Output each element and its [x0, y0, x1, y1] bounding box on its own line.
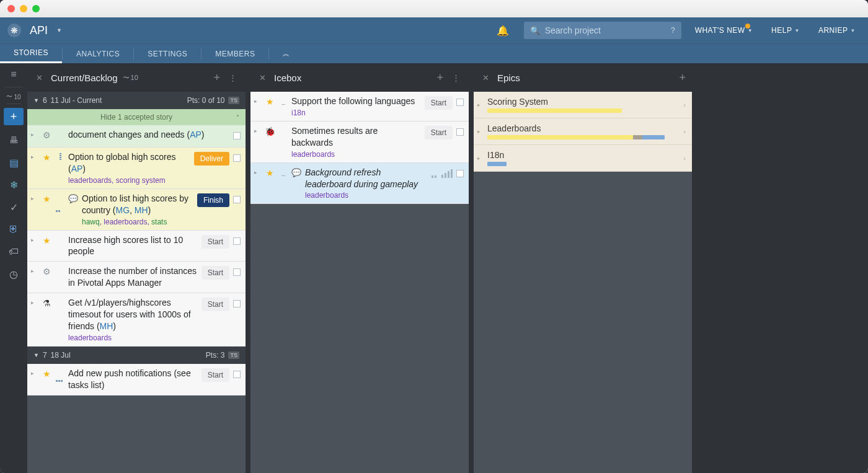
select-checkbox[interactable] — [233, 268, 241, 276]
notifications-icon[interactable]: 🔔 — [490, 25, 515, 37]
epic-row[interactable]: ▸ I18n › — [474, 145, 692, 172]
expand-icon[interactable]: ▸ — [31, 193, 37, 226]
story-labels[interactable]: leaderboards — [291, 150, 335, 159]
story-labels[interactable]: leaderboards, scoring system — [68, 176, 166, 185]
owner-link[interactable]: AP — [71, 164, 83, 174]
close-icon[interactable] — [7, 5, 15, 12]
expand-icon[interactable]: ▸ — [477, 102, 484, 108]
search-help-icon[interactable]: ? — [671, 26, 675, 35]
search-input-wrap[interactable]: 🔍 ? — [524, 22, 681, 39]
epic-row[interactable]: ▸ Scoring System › — [474, 92, 692, 118]
panel-velocity[interactable]: 〜10 — [123, 73, 138, 82]
sidebar-mywork-icon[interactable]: 🖶 — [0, 129, 27, 151]
expand-icon[interactable]: ▸ — [477, 128, 484, 135]
chevron-right-icon[interactable]: › — [683, 128, 686, 135]
panel-add-button[interactable]: + — [213, 71, 220, 84]
iteration-header[interactable]: ▼ 7 18 Jul Pts: 3 TS — [27, 347, 246, 364]
logo-icon[interactable]: ❋ — [7, 24, 21, 37]
nav-user[interactable]: ARNIEP ▼ — [813, 26, 861, 35]
expand-icon[interactable]: ▸ — [31, 151, 37, 185]
owner-link[interactable]: AP — [190, 130, 202, 139]
story-row[interactable]: ▸ ★ 💬 Option to list high scores by coun… — [27, 189, 246, 231]
owner-link[interactable]: MH — [135, 205, 148, 215]
story-labels[interactable]: hawq, leaderboards, stats — [82, 218, 193, 226]
nav-help[interactable]: HELP ▼ — [766, 26, 805, 35]
collapse-panels-icon[interactable]: ︽ — [269, 49, 304, 58]
start-button[interactable]: Start — [202, 235, 229, 249]
close-panel-button[interactable]: ✕ — [480, 73, 491, 82]
story-row[interactable]: ▸ ★ Option to global high scores (AP) le… — [27, 148, 246, 189]
chevron-right-icon[interactable]: › — [683, 154, 686, 162]
panel-menu-button[interactable]: ⋮ — [226, 73, 239, 82]
sidebar-history-icon[interactable]: ◷ — [0, 263, 27, 285]
finish-button[interactable]: Finish — [197, 193, 229, 207]
panel-add-button[interactable]: + — [679, 71, 686, 84]
select-checkbox[interactable] — [233, 371, 241, 378]
start-button[interactable]: Start — [425, 126, 453, 139]
start-button[interactable]: Start — [425, 96, 453, 110]
select-checkbox[interactable] — [456, 170, 464, 177]
sidebar-backlog-icon[interactable]: ▤ — [0, 151, 27, 174]
select-checkbox[interactable] — [233, 300, 241, 307]
expand-icon[interactable]: ▸ — [31, 265, 37, 289]
tab-stories[interactable]: STORIES — [0, 44, 62, 63]
add-story-button[interactable]: + — [4, 108, 24, 125]
select-checkbox[interactable] — [233, 237, 241, 245]
chevron-right-icon[interactable]: › — [683, 101, 686, 108]
story-row[interactable]: ▸ ★ – 💬 Background refresh leaderboard d… — [250, 163, 469, 205]
story-row[interactable]: ▸ 🐞 Sometimes results are backwards lead… — [250, 122, 469, 163]
sidebar-epics-icon[interactable]: ⛨ — [0, 218, 27, 241]
accepted-stories-toggle[interactable]: Hide 1 accepted story ˄ — [27, 109, 246, 125]
start-button[interactable]: Start — [202, 266, 229, 280]
expand-icon[interactable]: ▸ — [254, 125, 260, 159]
panel-add-button[interactable]: + — [436, 71, 443, 84]
start-button[interactable]: Start — [202, 368, 229, 382]
search-input[interactable] — [545, 25, 666, 35]
estimate-picker[interactable] — [432, 169, 453, 178]
project-title[interactable]: API — [30, 24, 48, 37]
team-strength-badge[interactable]: TS — [228, 97, 239, 104]
sidebar-icebox-icon[interactable]: ❄ — [0, 174, 27, 196]
select-checkbox[interactable] — [233, 154, 241, 162]
sidebar-velocity[interactable]: 〜10 — [6, 87, 20, 104]
expand-icon[interactable]: ▸ — [254, 95, 260, 117]
story-row[interactable]: ▸ ★ Increase high scores list to 10 peop… — [27, 231, 246, 262]
deliver-button[interactable]: Deliver — [194, 152, 229, 166]
close-panel-button[interactable]: ✕ — [33, 73, 45, 82]
expand-icon[interactable]: ▸ — [254, 167, 260, 200]
expand-icon[interactable]: ▸ — [31, 297, 37, 342]
select-checkbox[interactable] — [233, 132, 241, 139]
epic-row[interactable]: ▸ Leaderboards › — [474, 118, 692, 145]
team-strength-badge[interactable]: TS — [228, 351, 239, 359]
story-row[interactable]: ▸ ⚗ Get /v1/players/highscores timesout … — [27, 293, 246, 347]
sidebar-done-icon[interactable]: ✓ — [0, 196, 27, 218]
story-labels[interactable]: leaderboards — [68, 334, 112, 342]
start-button[interactable]: Start — [202, 298, 229, 311]
minimize-icon[interactable] — [20, 5, 27, 12]
expand-icon[interactable]: ▸ — [31, 129, 37, 143]
iteration-header[interactable]: ▼ 6 11 Jul - Current Pts: 0 of 10 TS — [27, 92, 246, 109]
close-panel-button[interactable]: ✕ — [257, 73, 268, 82]
expand-icon[interactable]: ▸ — [31, 234, 37, 258]
select-checkbox[interactable] — [456, 99, 464, 106]
story-row[interactable]: ▸ ★ – Support the following languages i1… — [250, 92, 469, 122]
expand-icon[interactable]: ▸ — [477, 155, 484, 161]
tab-settings[interactable]: SETTINGS — [134, 44, 201, 63]
story-labels[interactable]: i18n — [291, 108, 306, 117]
story-row[interactable]: ▸ ⚙ Increase the number of instances in … — [27, 262, 246, 293]
project-dropdown-caret[interactable]: ▼ — [56, 27, 62, 33]
owner-link[interactable]: MH — [100, 321, 113, 331]
select-checkbox[interactable] — [456, 128, 464, 136]
story-row[interactable]: ▸ ⚙ document changes and needs (AP) — [27, 125, 246, 148]
panel-menu-button[interactable]: ⋮ — [450, 73, 463, 82]
owner-link[interactable]: MG — [115, 205, 130, 215]
nav-whats-new[interactable]: WHAT'S NEW ▼ — [690, 26, 758, 35]
sidebar-labels-icon[interactable]: 🏷 — [0, 241, 27, 263]
tab-members[interactable]: MEMBERS — [202, 44, 268, 63]
tab-analytics[interactable]: ANALYTICS — [63, 44, 133, 63]
sidebar-hamburger-icon[interactable]: ≡ — [0, 63, 27, 86]
maximize-icon[interactable] — [32, 5, 40, 12]
expand-icon[interactable]: ▸ — [31, 368, 37, 391]
story-row[interactable]: ▸ ★ Add new push notifications (see task… — [27, 364, 246, 396]
story-labels[interactable]: leaderboards — [305, 191, 348, 200]
